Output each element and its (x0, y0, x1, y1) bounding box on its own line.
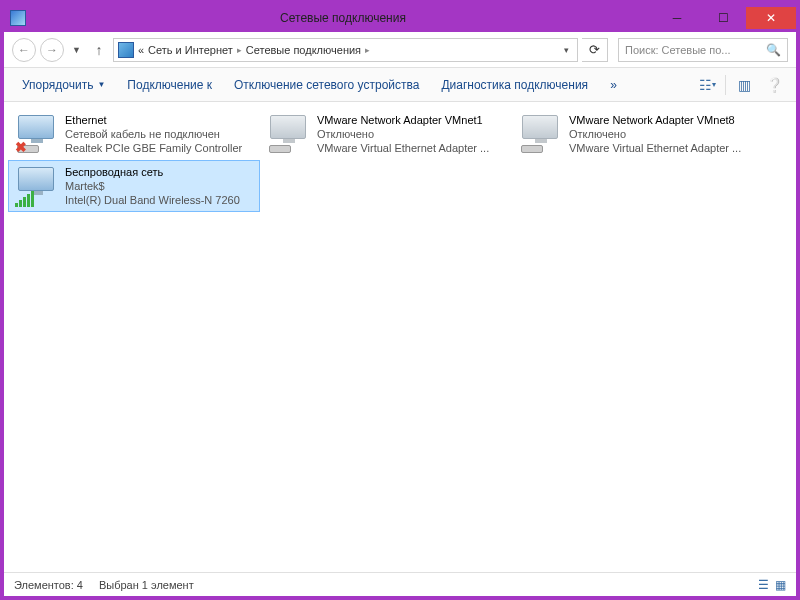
item-status: Сетевой кабель не подключен (65, 127, 242, 141)
diagnose-button[interactable]: Диагностика подключения (431, 72, 598, 98)
organize-label: Упорядочить (22, 78, 93, 92)
address-bar[interactable]: « Сеть и Интернет ▸ Сетевые подключения … (113, 38, 578, 62)
connection-item-vmnet8[interactable]: VMware Network Adapter VMnet8 Отключено … (512, 108, 764, 160)
search-placeholder: Поиск: Сетевые по... (625, 44, 731, 56)
adapter-disabled-icon (267, 113, 309, 155)
item-name: VMware Network Adapter VMnet8 (569, 113, 741, 127)
chevron-down-icon: ▼ (97, 80, 105, 89)
more-label: » (610, 78, 617, 92)
organize-menu[interactable]: Упорядочить ▼ (12, 72, 115, 98)
item-count: Элементов: 4 (14, 579, 83, 591)
breadcrumb-item[interactable]: Сетевые подключения (246, 44, 361, 56)
chevron-right-icon[interactable]: ▸ (365, 45, 370, 55)
command-bar: Упорядочить ▼ Подключение к Отключение с… (4, 68, 796, 102)
disable-device-button[interactable]: Отключение сетевого устройства (224, 72, 429, 98)
view-options-icon[interactable]: ☷▾ (695, 73, 719, 97)
status-bar: Элементов: 4 Выбран 1 элемент ☰ ▦ (4, 572, 796, 596)
ethernet-icon: ✖ (15, 113, 57, 155)
close-button[interactable]: ✕ (746, 7, 796, 29)
more-commands[interactable]: » (600, 72, 627, 98)
item-status: Отключено (317, 127, 489, 141)
system-buttons: ─ ☐ ✕ (654, 7, 796, 29)
breadcrumb-item[interactable]: Сеть и Интернет (148, 44, 233, 56)
explorer-window: Сетевые подключения ─ ☐ ✕ ← → ▼ ↑ « Сеть… (3, 3, 797, 597)
search-icon: 🔍 (766, 43, 781, 57)
titlebar[interactable]: Сетевые подключения ─ ☐ ✕ (4, 4, 796, 32)
separator (725, 75, 726, 95)
item-device: Intel(R) Dual Band Wireless-N 7260 (65, 193, 240, 207)
item-name: Беспроводная сеть (65, 165, 240, 179)
item-name: VMware Network Adapter VMnet1 (317, 113, 489, 127)
items-view[interactable]: ✖ Ethernet Сетевой кабель не подключен R… (4, 102, 796, 572)
item-device: VMware Virtual Ethernet Adapter ... (317, 141, 489, 155)
item-device: Realtek PCIe GBE Family Controller (65, 141, 242, 155)
preview-pane-icon[interactable]: ▥ (732, 73, 756, 97)
help-icon[interactable]: ❔ (762, 73, 786, 97)
forward-button[interactable]: → (40, 38, 64, 62)
maximize-button[interactable]: ☐ (700, 7, 746, 29)
connection-item-vmnet1[interactable]: VMware Network Adapter VMnet1 Отключено … (260, 108, 512, 160)
connection-item-wifi[interactable]: Беспроводная сеть Martek$ Intel(R) Dual … (8, 160, 260, 212)
disable-label: Отключение сетевого устройства (234, 78, 419, 92)
item-text: Ethernet Сетевой кабель не подключен Rea… (65, 113, 242, 155)
search-box[interactable]: Поиск: Сетевые по... 🔍 (618, 38, 788, 62)
connect-label: Подключение к (127, 78, 212, 92)
chevron-right-icon[interactable]: ▸ (237, 45, 242, 55)
minimize-button[interactable]: ─ (654, 7, 700, 29)
breadcrumb-prefix: « (138, 44, 144, 56)
item-text: VMware Network Adapter VMnet8 Отключено … (569, 113, 741, 155)
diagnose-label: Диагностика подключения (441, 78, 588, 92)
item-text: Беспроводная сеть Martek$ Intel(R) Dual … (65, 165, 240, 207)
refresh-button[interactable]: ⟳ (582, 38, 608, 62)
item-name: Ethernet (65, 113, 242, 127)
item-status: Отключено (569, 127, 741, 141)
location-icon (118, 42, 134, 58)
item-device: VMware Virtual Ethernet Adapter ... (569, 141, 741, 155)
up-button[interactable]: ↑ (89, 40, 109, 60)
connect-to-button[interactable]: Подключение к (117, 72, 222, 98)
wifi-icon (15, 165, 57, 207)
details-view-icon[interactable]: ☰ (758, 578, 769, 592)
back-button[interactable]: ← (12, 38, 36, 62)
navigation-bar: ← → ▼ ↑ « Сеть и Интернет ▸ Сетевые подк… (4, 32, 796, 68)
window-icon (10, 10, 26, 26)
window-title: Сетевые подключения (32, 11, 654, 25)
item-text: VMware Network Adapter VMnet1 Отключено … (317, 113, 489, 155)
history-dropdown[interactable]: ▼ (68, 45, 85, 55)
view-mode-buttons: ☰ ▦ (758, 578, 786, 592)
adapter-disabled-icon (519, 113, 561, 155)
address-dropdown[interactable]: ▾ (560, 45, 573, 55)
item-status: Martek$ (65, 179, 240, 193)
connection-item-ethernet[interactable]: ✖ Ethernet Сетевой кабель не подключен R… (8, 108, 260, 160)
tiles-view-icon[interactable]: ▦ (775, 578, 786, 592)
selection-count: Выбран 1 элемент (99, 579, 194, 591)
